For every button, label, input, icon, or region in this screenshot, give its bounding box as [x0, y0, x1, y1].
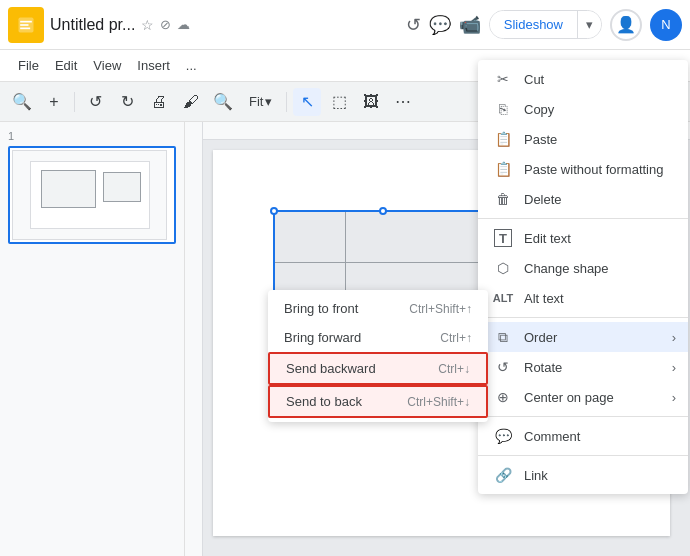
send-backward-shortcut: Ctrl+↓: [438, 362, 470, 376]
order-submenu: Bring to front Ctrl+Shift+↑ Bring forwar…: [268, 290, 488, 422]
ctx-comment-label: Comment: [524, 429, 672, 444]
print-btn[interactable]: 🖨: [145, 88, 173, 116]
paste-no-format-icon: 📋: [494, 160, 512, 178]
avatar-letter: N: [661, 17, 670, 32]
ctx-change-shape-label: Change shape: [524, 261, 672, 276]
slideshow-dropdown-button[interactable]: ▾: [577, 11, 601, 38]
ctx-cut[interactable]: ✂ Cut: [478, 64, 688, 94]
comment-icon: 💬: [494, 427, 512, 445]
ctx-edit-text[interactable]: T Edit text: [478, 223, 688, 253]
redo-btn[interactable]: ↻: [113, 88, 141, 116]
menu-insert[interactable]: Insert: [129, 54, 178, 77]
handle-tm[interactable]: [379, 207, 387, 215]
select-tool-btn[interactable]: ↖: [293, 88, 321, 116]
ctx-rotate[interactable]: ↺ Rotate: [478, 352, 688, 382]
center-on-page-icon: ⊕: [494, 388, 512, 406]
menu-more[interactable]: ...: [178, 54, 205, 77]
cut-icon: ✂: [494, 70, 512, 88]
ctx-delete-label: Delete: [524, 192, 672, 207]
slide-number-1: 1: [8, 130, 176, 142]
zoom-label: Fit: [249, 94, 263, 109]
rotate-icon: ↺: [494, 358, 512, 376]
ctx-delete[interactable]: 🗑 Delete: [478, 184, 688, 214]
link-icon: 🔗: [494, 466, 512, 484]
toolbar-sep-2: [286, 92, 287, 112]
comment-btn[interactable]: 💬: [429, 14, 451, 36]
star-icon[interactable]: ☆: [141, 17, 154, 33]
bring-to-front-label: Bring to front: [284, 301, 358, 316]
ctx-paste-no-format-label: Paste without formatting: [524, 162, 672, 177]
menu-view[interactable]: View: [85, 54, 129, 77]
zoom-percent-btn[interactable]: 🔍: [209, 88, 237, 116]
cloud-icon[interactable]: ☁: [177, 17, 190, 32]
paste-icon: 📋: [494, 130, 512, 148]
ctx-sep-4: [478, 455, 688, 456]
more-tools-btn[interactable]: ⋯: [389, 88, 417, 116]
zoom-select[interactable]: Fit ▾: [241, 92, 280, 111]
doc-title-area: Untitled pr... ☆ ⊘ ☁: [50, 16, 400, 34]
svg-rect-2: [20, 24, 28, 26]
bring-to-front-shortcut: Ctrl+Shift+↑: [409, 302, 472, 316]
svg-rect-3: [20, 27, 30, 29]
selection-box-btn[interactable]: ⬚: [325, 88, 353, 116]
user-avatar[interactable]: N: [650, 9, 682, 41]
bring-forward-label: Bring forward: [284, 330, 361, 345]
handle-tl[interactable]: [270, 207, 278, 215]
ctx-link[interactable]: 🔗 Link: [478, 460, 688, 490]
ctx-center-on-page-label: Center on page: [524, 390, 672, 405]
ctx-paste-label: Paste: [524, 132, 672, 147]
ctx-alt-text-label: Alt text: [524, 291, 672, 306]
order-bring-to-front[interactable]: Bring to front Ctrl+Shift+↑: [268, 294, 488, 323]
app-icon: [8, 7, 44, 43]
slide-preview: [12, 150, 167, 240]
send-backward-label: Send backward: [286, 361, 376, 376]
ctx-paste[interactable]: 📋 Paste: [478, 124, 688, 154]
order-send-to-back[interactable]: Send to back Ctrl+Shift+↓: [268, 385, 488, 418]
slide-thumbnail-1[interactable]: [8, 146, 176, 244]
ctx-paste-no-format[interactable]: 📋 Paste without formatting: [478, 154, 688, 184]
change-shape-icon: ⬡: [494, 259, 512, 277]
ctx-sep-2: [478, 317, 688, 318]
search-toolbar-btn[interactable]: 🔍: [8, 88, 36, 116]
ctx-copy-label: Copy: [524, 102, 672, 117]
slide-box-2: [103, 172, 141, 202]
share-button[interactable]: 👤: [610, 9, 642, 41]
zoom-chevron: ▾: [265, 94, 272, 109]
ctx-center-on-page[interactable]: ⊕ Center on page: [478, 382, 688, 412]
copy-icon: ⎘: [494, 100, 512, 118]
ctx-sep-1: [478, 218, 688, 219]
slide-inner: [30, 161, 150, 229]
ctx-copy[interactable]: ⎘ Copy: [478, 94, 688, 124]
send-to-back-shortcut: Ctrl+Shift+↓: [407, 395, 470, 409]
bring-forward-shortcut: Ctrl+↑: [440, 331, 472, 345]
paint-format-btn[interactable]: 🖌: [177, 88, 205, 116]
doc-title[interactable]: Untitled pr...: [50, 16, 135, 34]
ctx-order[interactable]: ⧉ Order: [478, 322, 688, 352]
order-bring-forward[interactable]: Bring forward Ctrl+↑: [268, 323, 488, 352]
ctx-change-shape[interactable]: ⬡ Change shape: [478, 253, 688, 283]
image-btn[interactable]: 🖼: [357, 88, 385, 116]
toolbar-sep-1: [74, 92, 75, 112]
alt-text-icon: ALT: [494, 289, 512, 307]
delete-icon: 🗑: [494, 190, 512, 208]
order-send-backward[interactable]: Send backward Ctrl+↓: [268, 352, 488, 385]
send-to-back-label: Send to back: [286, 394, 362, 409]
menu-edit[interactable]: Edit: [47, 54, 85, 77]
ctx-order-label: Order: [524, 330, 672, 345]
menu-file[interactable]: File: [10, 54, 47, 77]
context-menu: ✂ Cut ⎘ Copy 📋 Paste 📋 Paste without for…: [478, 60, 688, 494]
slideshow-main-button[interactable]: Slideshow: [490, 11, 577, 38]
vertical-ruler: [185, 122, 203, 556]
ctx-sep-3: [478, 416, 688, 417]
ctx-alt-text[interactable]: ALT Alt text: [478, 283, 688, 313]
slideshow-button-group: Slideshow ▾: [489, 10, 602, 39]
present-btn[interactable]: 📹: [459, 14, 481, 36]
ctx-comment[interactable]: 💬 Comment: [478, 421, 688, 451]
slide-box-1: [41, 170, 96, 208]
edit-text-icon: T: [494, 229, 512, 247]
history-icon[interactable]: ⊘: [160, 17, 171, 32]
zoom-in-btn[interactable]: +: [40, 88, 68, 116]
undo-btn[interactable]: ↺: [81, 88, 109, 116]
history-btn[interactable]: ↺: [406, 14, 421, 36]
top-bar: Untitled pr... ☆ ⊘ ☁ ↺ 💬 📹 Slideshow ▾ 👤…: [0, 0, 690, 50]
